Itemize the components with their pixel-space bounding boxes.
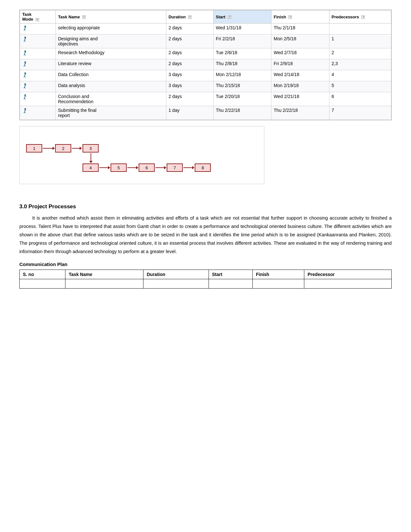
svg-point-36 <box>24 94 26 96</box>
dropdown-start-icon[interactable] <box>228 15 231 19</box>
task-duration-cell: 1 day <box>166 106 213 120</box>
comm-cell-sno <box>20 279 65 289</box>
task-start-cell: Thu 2/8/18 <box>213 59 271 70</box>
svg-point-6 <box>24 37 26 38</box>
task-name-cell: Submitting the final report <box>55 106 166 120</box>
nd-node-2: 2 <box>55 144 71 153</box>
dropdown-pred-icon[interactable] <box>361 15 365 19</box>
svg-line-47 <box>24 111 25 111</box>
col-header-mode[interactable]: TaskMode <box>20 10 56 24</box>
task-mode-cell <box>20 106 56 120</box>
task-finish-cell: Wed 2/14/18 <box>271 70 329 81</box>
dropdown-finish-icon[interactable] <box>289 15 292 19</box>
dropdown-name-icon[interactable] <box>82 15 85 19</box>
section-3-paragraph: It is another method which assist them i… <box>19 214 392 256</box>
task-start-cell: Tue 2/20/18 <box>213 92 271 106</box>
task-finish-cell: Wed 2/21/18 <box>271 92 329 106</box>
task-flag-icon <box>22 36 29 43</box>
task-name-cell: Conclusion and Recommendetion <box>55 92 166 106</box>
task-table-row: Designing aims and objectives2 daysFri 2… <box>20 34 391 48</box>
task-duration-cell: 3 days <box>166 70 213 81</box>
col-header-name[interactable]: Task Name <box>55 10 166 24</box>
task-flag-icon <box>22 50 29 56</box>
task-flag-icon <box>22 25 29 32</box>
task-finish-cell: Fri 2/9/18 <box>271 59 329 70</box>
task-pred-cell <box>329 24 391 34</box>
comm-plan-heading: Communication Plan <box>19 261 392 267</box>
task-mode-cell <box>20 70 56 81</box>
comm-table-header-row: S. no Task Name Duration Start Finish Pr… <box>20 270 392 279</box>
comm-plan-table: S. no Task Name Duration Start Finish Pr… <box>19 270 392 289</box>
svg-line-27 <box>24 76 25 77</box>
svg-line-15 <box>24 54 25 55</box>
comm-col-sno: S. no <box>20 270 65 279</box>
col-header-finish[interactable]: Finish <box>271 10 329 24</box>
svg-line-9 <box>24 40 25 42</box>
table-header-row: TaskMode Task Name Duration Start Finish <box>20 10 391 24</box>
comm-cell-start <box>209 279 252 289</box>
nd-node-4: 4 <box>83 163 99 172</box>
svg-line-35 <box>24 86 25 86</box>
task-start-cell: Thu 2/22/18 <box>213 106 271 120</box>
task-mode-cell <box>20 59 56 70</box>
comm-cell-finish <box>252 279 304 289</box>
task-name-cell: Data analysis <box>55 81 166 92</box>
task-mode-cell <box>20 24 56 34</box>
task-finish-cell: Mon 2/5/18 <box>271 34 329 48</box>
task-flag-icon <box>22 83 29 89</box>
task-name-cell: Data Collection <box>55 70 166 81</box>
comm-col-duration: Duration <box>143 270 209 279</box>
svg-line-45 <box>24 112 25 113</box>
svg-point-0 <box>24 26 26 27</box>
svg-line-41 <box>24 97 25 97</box>
col-header-predecessors[interactable]: Predecessors <box>329 10 391 24</box>
comm-col-start: Start <box>209 270 252 279</box>
comm-table-empty-row <box>20 279 392 289</box>
svg-line-23 <box>24 64 25 64</box>
dropdown-mode-icon[interactable] <box>36 18 39 21</box>
nd-arrow-5-6 <box>127 167 138 168</box>
svg-line-29 <box>24 75 25 75</box>
task-pred-cell: 2,3 <box>329 59 391 70</box>
task-duration-cell: 2 days <box>166 59 213 70</box>
svg-line-5 <box>24 28 25 29</box>
task-name-cell: selecting appropriate <box>55 24 166 34</box>
dropdown-duration-icon[interactable] <box>188 15 191 19</box>
svg-line-21 <box>24 65 25 66</box>
task-table-wrapper: TaskMode Task Name Duration Start Finish <box>19 10 392 120</box>
svg-point-24 <box>24 73 26 74</box>
task-pred-cell: 1 <box>329 34 391 48</box>
task-start-cell: Mon 2/12/18 <box>213 70 271 81</box>
task-duration-cell: 2 days <box>166 48 213 59</box>
svg-point-30 <box>24 84 26 85</box>
task-duration-cell: 2 days <box>166 92 213 106</box>
task-finish-cell: Thu 2/1/18 <box>271 24 329 34</box>
nd-node-5: 5 <box>111 163 127 172</box>
task-flag-icon <box>22 108 29 114</box>
svg-line-3 <box>24 29 25 31</box>
comm-col-finish: Finish <box>252 270 304 279</box>
task-name-cell: Literature review <box>55 59 166 70</box>
task-table-row: Conclusion and Recommendetion2 daysTue 2… <box>20 92 391 106</box>
task-table-row: Data analysis3 daysThu 2/15/18Mon 2/19/1… <box>20 81 391 92</box>
task-finish-cell: Mon 2/19/18 <box>271 81 329 92</box>
task-pred-cell: 2 <box>329 48 391 59</box>
nd-node-3: 3 <box>83 144 99 153</box>
comm-col-predecessor: Predecessor <box>304 270 392 279</box>
svg-point-18 <box>24 62 26 63</box>
task-duration-cell: 2 days <box>166 24 213 34</box>
col-header-start[interactable]: Start <box>213 10 271 24</box>
task-table-row: Submitting the final report1 dayThu 2/22… <box>20 106 391 120</box>
task-start-cell: Wed 1/31/18 <box>213 24 271 34</box>
svg-line-11 <box>24 39 25 40</box>
task-mode-cell <box>20 48 56 59</box>
task-pred-cell: 4 <box>329 70 391 81</box>
col-header-duration[interactable]: Duration <box>166 10 213 24</box>
task-start-cell: Fri 2/2/18 <box>213 34 271 48</box>
nd-arrow-2-3 <box>72 148 82 149</box>
task-finish-cell: Wed 2/7/18 <box>271 48 329 59</box>
svg-line-33 <box>24 87 25 88</box>
task-duration-cell: 3 days <box>166 81 213 92</box>
task-flag-icon <box>22 72 29 78</box>
task-table-row: Literature review2 daysThu 2/8/18Fri 2/9… <box>20 59 391 70</box>
